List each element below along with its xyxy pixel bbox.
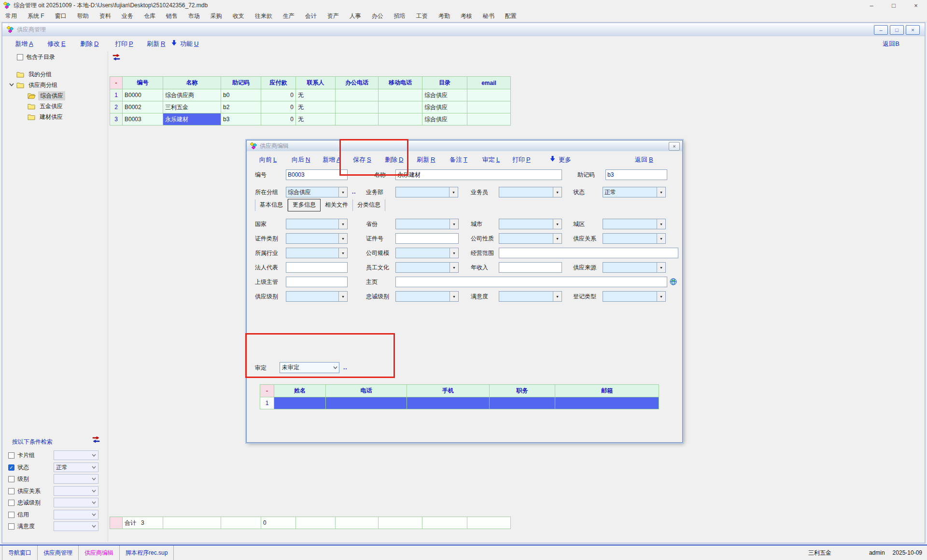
field-combobox-国家[interactable]: ▼ <box>286 219 348 229</box>
column-header-移动电话[interactable]: 移动电话 <box>379 77 422 89</box>
table-cell[interactable]: B0002 <box>123 101 163 113</box>
filter-checkbox-信用[interactable] <box>8 512 14 518</box>
dialog-toolbar-button-备注[interactable]: 备注T <box>449 151 467 168</box>
table-cell[interactable]: 无 <box>296 101 336 113</box>
filter-checkbox-卡片组[interactable] <box>8 452 14 459</box>
window-maximize-button[interactable]: □ <box>883 0 905 11</box>
dropdown-arrow-icon[interactable]: ▼ <box>657 187 665 197</box>
table-cell[interactable]: 综合供应 <box>422 89 467 101</box>
menu-item-10[interactable]: 采购 <box>205 11 227 22</box>
tree-item-供应商分组[interactable]: 供应商分组 <box>9 80 59 90</box>
globe-icon[interactable] <box>670 278 677 287</box>
contacts-cell[interactable] <box>274 397 326 409</box>
contacts-cell[interactable]: 1 <box>260 397 274 409</box>
menu-item-3[interactable]: 窗口 <box>50 11 72 22</box>
contacts-column-header-职务[interactable]: 职务 <box>490 385 555 397</box>
field-combobox-证件类别[interactable]: ▼ <box>286 233 348 244</box>
column-header-编号[interactable]: 编号 <box>123 77 163 89</box>
dropdown-arrow-icon[interactable]: ▼ <box>449 292 458 301</box>
column-header-email[interactable]: email <box>467 77 511 89</box>
table-cell[interactable]: b2 <box>221 101 261 113</box>
field-input-上级主管[interactable] <box>286 277 348 287</box>
table-cell[interactable] <box>467 101 511 113</box>
dialog-toolbar-button-返回[interactable]: 返回B <box>635 151 653 168</box>
dropdown-arrow-icon[interactable]: ▼ <box>338 234 347 243</box>
filter-combobox-级别[interactable] <box>54 474 98 484</box>
filter-combobox-忠诚级别[interactable] <box>54 498 98 507</box>
contacts-cell[interactable] <box>407 397 490 409</box>
table-cell[interactable]: 综合供应商 <box>163 89 221 101</box>
include-subdir-checkbox-row[interactable]: 包含子目录 <box>17 53 55 61</box>
dropdown-arrow-icon[interactable]: ▼ <box>449 219 458 229</box>
field-combobox-省份[interactable]: ▼ <box>395 219 459 229</box>
filter-checkbox-满意度[interactable] <box>8 523 14 530</box>
column-header-rowmark[interactable]: - <box>110 77 123 89</box>
dropdown-arrow-icon[interactable]: ▼ <box>338 219 347 229</box>
table-cell[interactable]: 无 <box>296 113 336 126</box>
menu-item-11[interactable]: 收支 <box>227 11 250 22</box>
dialog-close-button[interactable]: × <box>669 142 680 151</box>
menu-item-7[interactable]: 仓库 <box>139 11 161 22</box>
menu-item-2[interactable]: 系统 F <box>22 11 50 22</box>
toolbar-button-功能[interactable]: 功能U <box>171 37 198 51</box>
menu-item-21[interactable]: 考核 <box>455 11 478 22</box>
menu-item-22[interactable]: 秘书 <box>478 11 500 22</box>
field-input-经营范围[interactable] <box>499 248 678 258</box>
table-cell[interactable]: 综合供应 <box>422 101 467 113</box>
column-header-名称[interactable]: 名称 <box>163 77 221 89</box>
field-combobox-忠诚级别[interactable]: ▼ <box>395 291 459 302</box>
filter-checkbox-级别[interactable] <box>8 476 14 482</box>
field-combobox-所属行业[interactable]: ▼ <box>286 248 348 258</box>
menu-item-14[interactable]: 会计 <box>300 11 322 22</box>
table-cell[interactable]: b0 <box>221 89 261 101</box>
taskbar-tab-供应商编辑[interactable]: 供应商编辑 <box>79 546 120 560</box>
table-row[interactable]: 2B0002三利五金b20无综合供应 <box>110 101 511 113</box>
taskbar-tab-供应商管理[interactable]: 供应商管理 <box>38 546 79 560</box>
table-cell[interactable]: 0 <box>261 89 296 101</box>
dropdown-arrow-icon[interactable]: ▼ <box>449 248 458 258</box>
dialog-toolbar-button-向后[interactable]: 向后N <box>292 151 310 168</box>
contacts-column-header-邮箱[interactable]: 邮箱 <box>555 385 659 397</box>
contacts-cell[interactable] <box>326 397 407 409</box>
field-combobox-员工文化[interactable]: ▼ <box>395 262 459 273</box>
column-header-助记码[interactable]: 助记码 <box>221 77 261 89</box>
audit-combobox[interactable]: 未审定 <box>280 362 339 373</box>
tree-item-我的分组[interactable]: 我的分组 <box>9 70 54 79</box>
menu-item-4[interactable]: 帮助 <box>72 11 94 22</box>
dialog-toolbar-button-向前[interactable]: 向前L <box>259 151 277 168</box>
taskbar-tab-导航窗口[interactable]: 导航窗口 <box>2 546 38 560</box>
dropdown-arrow-icon[interactable]: ▼ <box>553 292 562 301</box>
table-cell[interactable]: 0 <box>261 101 296 113</box>
table-cell[interactable] <box>379 101 422 113</box>
filter-checkbox-忠诚级别[interactable] <box>8 500 14 506</box>
filter-combobox-卡片组[interactable] <box>54 450 98 460</box>
field-combobox-城区[interactable]: ▼ <box>603 219 666 229</box>
menu-item-19[interactable]: 工资 <box>411 11 433 22</box>
table-cell[interactable] <box>379 113 422 126</box>
field-combobox-业务员[interactable]: ▼ <box>499 187 562 197</box>
tab-分类信息[interactable]: 分类信息 <box>353 199 385 211</box>
dropdown-arrow-icon[interactable]: ▼ <box>657 234 665 243</box>
filter-checkbox-供应关系[interactable] <box>8 488 14 494</box>
table-cell[interactable]: 综合供应 <box>422 113 467 126</box>
menu-item-9[interactable]: 市场 <box>183 11 205 22</box>
dialog-toolbar-button-审定[interactable]: 审定L <box>482 151 500 168</box>
menu-item-12[interactable]: 往来款 <box>250 11 278 22</box>
field-combobox-登记类型[interactable]: ▼ <box>603 291 666 302</box>
table-cell[interactable]: 0 <box>261 113 296 126</box>
field-input-助记码[interactable]: b3 <box>605 169 667 180</box>
tab-相关文件[interactable]: 相关文件 <box>321 199 353 211</box>
field-input-年收入[interactable] <box>499 262 562 273</box>
table-cell[interactable]: B0000 <box>123 89 163 101</box>
field-input-编号[interactable]: B0003 <box>286 169 348 180</box>
field-input-名称[interactable]: 永乐建材 <box>395 169 562 180</box>
column-header-联系人[interactable]: 联系人 <box>296 77 336 89</box>
column-header-应付款[interactable]: 应付款 <box>261 77 296 89</box>
table-cell[interactable]: b3 <box>221 113 261 126</box>
table-cell[interactable]: B0003 <box>123 113 163 126</box>
menu-item-18[interactable]: 招培 <box>389 11 411 22</box>
table-cell[interactable]: 三利五金 <box>163 101 221 113</box>
dialog-toolbar-button-打印[interactable]: 打印P <box>512 151 531 168</box>
field-combobox-供应级别[interactable]: ▼ <box>286 291 348 302</box>
dropdown-arrow-icon[interactable]: ▼ <box>449 187 458 197</box>
